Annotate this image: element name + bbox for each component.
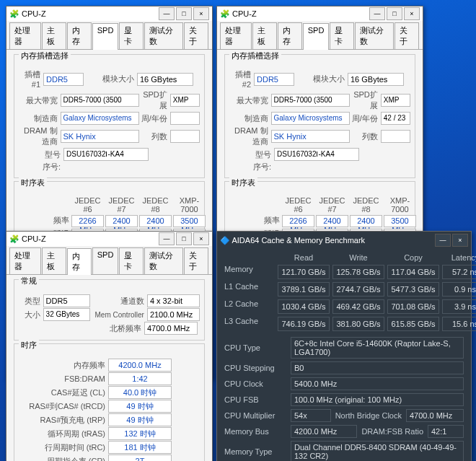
minimize-button[interactable]: — (159, 232, 175, 245)
bench-cell: 381.80 GB/s (332, 317, 384, 331)
mem-channels: 4 x 32-bit (147, 294, 200, 307)
tab-3[interactable]: SPD (303, 23, 330, 50)
nb-label: 北桥频率 (87, 323, 144, 334)
col-header: JEDEC #8 (138, 196, 172, 214)
tab-6[interactable]: 关于 (395, 22, 419, 49)
group-timings: 时序 (19, 340, 39, 351)
minimize-button[interactable]: — (159, 7, 175, 20)
tab-bar: 处理器主板内存SPD显卡测试分数关于 (6, 21, 212, 50)
col-header: JEDEC #8 (349, 196, 383, 214)
max-bandwidth: DDR5-7000 (3500 MHz) (61, 94, 140, 107)
timing-cell: 3500 MHz (173, 215, 206, 227)
info-value: 5400.0 MHz (291, 377, 464, 390)
timing-cell: 3500 MHz (384, 215, 416, 227)
sn-label: 序号: (19, 162, 63, 172)
col-header: JEDEC #7 (105, 196, 138, 214)
minimize-button[interactable]: — (435, 234, 451, 247)
bench-cell: 1030.4 GB/s (278, 299, 330, 314)
mem-row-value: 2T (108, 455, 172, 461)
tab-5[interactable]: 测试分数 (355, 22, 394, 49)
window-icon: 🧩 CPU-Z (9, 234, 46, 244)
tab-5[interactable]: 测试分数 (144, 247, 183, 274)
tab-1[interactable]: 主板 (42, 22, 66, 49)
maximize-button[interactable]: □ (176, 232, 192, 245)
benchmark-grid: ReadWriteCopyLatencyMemory121.70 GB/s125… (217, 249, 471, 335)
tab-0[interactable]: 处理器 (220, 22, 252, 49)
bench-cell: 117.04 GB/s (387, 265, 439, 279)
tab-6[interactable]: 关于 (184, 247, 208, 274)
titlebar[interactable]: 🧩 CPU-Z — □ × (6, 232, 212, 246)
timing-cell: 2400 MHz (139, 215, 172, 227)
tab-6[interactable]: 关于 (184, 22, 208, 49)
titlebar[interactable]: 🧩 CPU-Z — □ × (6, 6, 212, 21)
nbclk-value: 4700.0 MHz (406, 409, 464, 422)
manufacturer: Galaxy Microsystems Ltd. (61, 112, 140, 125)
dram-manufacturer: SK Hynix (61, 130, 140, 143)
tab-3[interactable]: SPD (92, 23, 119, 50)
mfr-label: 制造商 (19, 113, 61, 124)
dram-mfr-label: DRAM 制造商 (19, 126, 61, 147)
mem-controller-freq: 2100.0 MHz (147, 308, 200, 321)
close-button[interactable]: × (193, 7, 209, 20)
close-button[interactable]: × (404, 7, 420, 20)
mem-row-label: FSB:DRAM (19, 374, 108, 383)
info-value: 4200.0 MHz (291, 425, 357, 438)
tab-5[interactable]: 测试分数 (144, 22, 183, 49)
tab-1[interactable]: 主板 (42, 247, 66, 274)
bench-cell: 3.9 ns (442, 299, 476, 314)
module-size-label: 模块大小 (294, 74, 348, 84)
slot-select[interactable]: DDR5 (254, 73, 294, 86)
tab-4[interactable]: 显卡 (330, 22, 354, 49)
bench-cell: 615.85 GB/s (387, 317, 439, 331)
bench-cell: 2744.7 GB/s (332, 282, 384, 297)
close-button[interactable]: × (193, 232, 209, 245)
tab-0[interactable]: 处理器 (9, 22, 41, 49)
module-size: 16 GBytes (137, 73, 193, 86)
col-header: Write (332, 253, 384, 262)
tab-3[interactable]: SPD (92, 247, 119, 274)
maximize-button[interactable]: □ (176, 7, 192, 20)
mem-row-value: 132 时钟 (108, 427, 172, 440)
tab-2[interactable]: 内存 (67, 22, 92, 49)
info-key: CPU FSB (224, 395, 291, 404)
tab-1[interactable]: 主板 (252, 22, 277, 49)
close-button[interactable]: × (452, 234, 468, 247)
bench-cell: 0.9 ns (442, 282, 476, 297)
channels-label: 通道数 (90, 296, 147, 307)
timing-cell: 2266 MHz (71, 215, 104, 227)
info-key: CPU Stepping (224, 364, 291, 372)
spd-ext: XMP 3.0 (170, 94, 200, 107)
titlebar[interactable]: 🧩 CPU-Z — □ × (217, 6, 423, 21)
info-key: Memory Bus (224, 427, 291, 436)
dram-manufacturer: SK Hynix (271, 130, 351, 143)
bench-cell: 3789.1 GB/s (278, 282, 330, 297)
titlebar[interactable]: 🔷 AIDA64 Cache & Memory Benchmark — × (217, 232, 471, 249)
tab-2[interactable]: 内存 (67, 248, 92, 275)
nbclk-label: North Bridge Clock (331, 411, 406, 420)
maximize-button[interactable]: □ (387, 7, 402, 20)
col-header: JEDEC #7 (315, 196, 349, 214)
row-label: L1 Cache (224, 282, 275, 297)
group-slot-select: 内存插槽选择 (19, 51, 71, 61)
ranks-label: 列数 (139, 131, 170, 142)
northbridge-freq: 4700.0 MHz (144, 322, 198, 335)
window-icon: 🧩 CPU-Z (9, 9, 46, 19)
col-header (224, 253, 275, 262)
mem-row-label: CAS#延迟 (CL) (19, 387, 108, 398)
group-general: 常规 (19, 276, 39, 286)
bench-cell: 469.42 GB/s (332, 299, 384, 314)
slot-select[interactable]: DDR5 (43, 73, 84, 86)
manufacturer: Galaxy Microsystems Ltd. (271, 112, 351, 125)
type-label: 类型 (19, 296, 43, 307)
col-header: Latency (442, 253, 476, 262)
tab-2[interactable]: 内存 (278, 22, 302, 49)
col-header: XMP-7000 (383, 196, 417, 214)
mem-row-value: 40.0 时钟 (108, 386, 172, 399)
minimize-button[interactable]: — (369, 7, 385, 20)
tab-0[interactable]: 处理器 (9, 247, 41, 274)
row-label: L3 Cache (224, 317, 275, 331)
tab-4[interactable]: 显卡 (119, 22, 144, 49)
group-timings: 时序表 (229, 177, 257, 188)
tab-4[interactable]: 显卡 (119, 247, 144, 274)
row-label: 频率 (229, 214, 281, 228)
